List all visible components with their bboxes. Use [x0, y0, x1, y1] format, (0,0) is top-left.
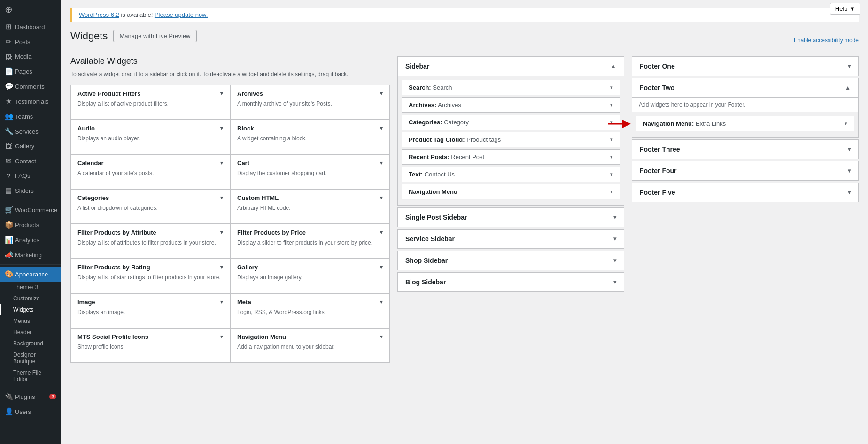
widget-calendar[interactable]: Calendar ▾ A calendar of your site's pos…	[70, 154, 230, 189]
content-area: WordPress 6.2 is available! Please updat…	[61, 0, 868, 429]
sidebar-item-contact[interactable]: ✉ Contact	[0, 153, 61, 168]
chevron-down-icon: ▾	[220, 91, 223, 97]
products-icon: 📦	[5, 221, 12, 229]
sidebar-item-gallery[interactable]: 🖼 Gallery	[0, 139, 61, 153]
widget-filter-price[interactable]: Filter Products by Price ▾ Display a sli…	[230, 224, 390, 259]
shop-sidebar-header[interactable]: Shop Sidebar ▾	[398, 251, 624, 270]
sidebar-widget-text[interactable]: Text: Contact Us ▾	[402, 167, 620, 182]
single-post-sidebar-header[interactable]: Single Post Sidebar ▾	[398, 208, 624, 227]
update-link[interactable]: Please update now.	[155, 11, 208, 18]
widget-categories[interactable]: Categories ▾ A list or dropdown of categ…	[70, 189, 230, 224]
chevron-down-icon: ▾	[220, 230, 223, 236]
sidebar-item-teams[interactable]: 👥 Teams	[0, 109, 61, 124]
sidebar-widget-navigation-menu[interactable]: Navigation Menu ▾	[402, 184, 620, 199]
sidebar-widget-search[interactable]: Search: Search ▾	[402, 80, 620, 95]
chevron-down-icon: ▾	[220, 195, 223, 201]
sidebar-item-plugins[interactable]: 🔌 Plugins 3	[0, 389, 61, 404]
sliders-icon: ▤	[5, 186, 12, 195]
widget-active-product-filters[interactable]: Active Product Filters ▾ Display a list …	[70, 85, 230, 120]
footer-two-header[interactable]: Footer Two ▲	[632, 78, 858, 97]
sidebar-sub-header[interactable]: Header	[0, 327, 61, 338]
sidebar-item-woocommerce[interactable]: 🛒 WooCommerce	[0, 202, 61, 217]
sidebar-item-products[interactable]: 📦 Products	[0, 217, 61, 232]
widget-navigation-menu[interactable]: Navigation Menu ▾ Add a navigation menu …	[230, 328, 390, 363]
dashboard-icon: ⊞	[5, 23, 12, 31]
plugins-icon: 🔌	[5, 392, 12, 401]
sidebar-chevron-up-icon: ▲	[611, 63, 616, 69]
widget-mts-social[interactable]: MTS Social Profile Icons ▾ Show profile …	[70, 328, 230, 363]
main-content: WordPress 6.2 is available! Please updat…	[61, 0, 868, 444]
wp-version-link[interactable]: WordPress 6.2	[79, 11, 119, 18]
widget-audio[interactable]: Audio ▾ Displays an audio player.	[70, 120, 230, 154]
footer-two-navigation-menu-widget[interactable]: Navigation Menu: Extra Links ▾	[636, 116, 854, 131]
sidebar-widget-product-tag-cloud[interactable]: Product Tag Cloud: Product tags ▾	[402, 132, 620, 147]
sidebar-sub-themes[interactable]: Themes 3	[0, 282, 61, 293]
chevron-down-icon: ▾	[848, 168, 851, 174]
footer-one-header[interactable]: Footer One ▾	[632, 57, 858, 76]
footer-four-header[interactable]: Footer Four ▾	[632, 161, 858, 180]
widget-image[interactable]: Image ▾ Displays an image.	[70, 293, 230, 328]
service-sidebar-header[interactable]: Service Sidebar ▾	[398, 230, 624, 248]
sidebar-item-marketing[interactable]: 📣 Marketing	[0, 247, 61, 262]
footer-three-panel: Footer Three ▾	[632, 139, 859, 159]
widget-block[interactable]: Block ▾ A widget containing a block.	[230, 120, 390, 154]
page-title: Widgets	[70, 30, 108, 42]
sidebar-divider	[0, 200, 61, 200]
sidebar-item-comments[interactable]: 💬 Comments	[0, 79, 61, 94]
admin-sidebar: ⊕ ⊞ Dashboard ✏ Posts 🖼 Media 📄 Pages 💬 …	[0, 0, 61, 444]
footer-four-panel: Footer Four ▾	[632, 161, 859, 181]
sidebar-sub-theme-file-editor[interactable]: Theme File Editor	[0, 367, 61, 385]
sidebar-widget-categories[interactable]: Categories: Category ▾	[402, 115, 620, 130]
sidebar-widget-recent-posts[interactable]: Recent Posts: Recent Post ▾	[402, 149, 620, 165]
sidebar-sub-widgets[interactable]: Widgets	[0, 304, 61, 315]
widget-filter-rating[interactable]: Filter Products by Rating ▾ Display a li…	[70, 259, 230, 293]
sidebar-item-sliders[interactable]: ▤ Sliders	[0, 183, 61, 198]
blog-sidebar-header[interactable]: Blog Sidebar ▾	[398, 273, 624, 291]
comments-icon: 💬	[5, 82, 12, 91]
contact-icon: ✉	[5, 157, 12, 165]
footer-five-header[interactable]: Footer Five ▾	[632, 183, 858, 202]
chevron-down-icon: ▾	[220, 264, 223, 270]
chevron-down-icon: ▾	[380, 91, 383, 97]
widget-cart[interactable]: Cart ▾ Display the customer shopping car…	[230, 154, 390, 189]
footer-widgets-column: Footer One ▾ Footer Two ▲ Add widgets he…	[632, 56, 859, 363]
page-header: Widgets Manage with Live Preview	[70, 30, 197, 42]
widget-meta[interactable]: Meta ▾ Login, RSS, & WordPress.org links…	[230, 293, 390, 328]
chevron-down-icon: ▾	[220, 299, 223, 305]
sidebar-widget-archives[interactable]: Archives: Archives ▾	[402, 97, 620, 113]
sidebar-sub-customize[interactable]: Customize	[0, 293, 61, 304]
sidebar-logo: ⊕	[0, 0, 61, 19]
sidebar-item-posts[interactable]: ✏ Posts	[0, 34, 61, 49]
widget-gallery[interactable]: Gallery ▾ Displays an image gallery.	[230, 259, 390, 293]
sidebar-item-media[interactable]: 🖼 Media	[0, 49, 61, 64]
chevron-down-icon: ▾	[848, 146, 851, 153]
chevron-down-icon: ▾	[610, 154, 613, 160]
sidebar-item-analytics[interactable]: 📊 Analytics	[0, 232, 61, 247]
chevron-down-icon: ▾	[220, 125, 223, 131]
widget-custom-html[interactable]: Custom HTML ▾ Arbitrary HTML code.	[230, 189, 390, 224]
sidebar-item-users[interactable]: 👤 Users	[0, 404, 61, 419]
help-button[interactable]: Help ▼	[830, 3, 860, 15]
sidebar-item-services[interactable]: 🔧 Services	[0, 124, 61, 139]
sidebar-panel: Sidebar ▲ Search: Search ▾ Archives: Arc…	[397, 56, 624, 206]
manage-live-preview-button[interactable]: Manage with Live Preview	[113, 30, 196, 42]
sidebar-item-faqs[interactable]: ? FAQs	[0, 168, 61, 183]
widget-filter-attribute[interactable]: Filter Products by Attribute ▾ Display a…	[70, 224, 230, 259]
sidebar-sub-background[interactable]: Background	[0, 338, 61, 349]
accessibility-mode-link[interactable]: Enable accessibility mode	[794, 37, 859, 44]
sidebar-item-appearance[interactable]: 🎨 Appearance	[0, 267, 61, 282]
chevron-up-icon: ▲	[845, 84, 851, 91]
footer-three-header[interactable]: Footer Three ▾	[632, 140, 858, 159]
sidebar-panel-header[interactable]: Sidebar ▲	[398, 57, 624, 76]
gallery-icon: 🖼	[5, 142, 12, 150]
sidebar-item-testimonials[interactable]: ★ Testimonials	[0, 94, 61, 109]
sidebar-sub-menus[interactable]: Menus	[0, 315, 61, 327]
chevron-down-icon: ▾	[380, 334, 383, 340]
widget-archives[interactable]: Archives ▾ A monthly archive of your sit…	[230, 85, 390, 120]
sidebar-item-dashboard[interactable]: ⊞ Dashboard	[0, 19, 61, 34]
footer-five-panel: Footer Five ▾	[632, 183, 859, 202]
sidebar-sub-designer-boutique[interactable]: Designer Boutique	[0, 349, 61, 367]
woocommerce-icon: 🛒	[5, 206, 12, 214]
sidebar-item-pages[interactable]: 📄 Pages	[0, 64, 61, 79]
footer-two-content: Navigation Menu: Extra Links ▾	[632, 112, 858, 137]
